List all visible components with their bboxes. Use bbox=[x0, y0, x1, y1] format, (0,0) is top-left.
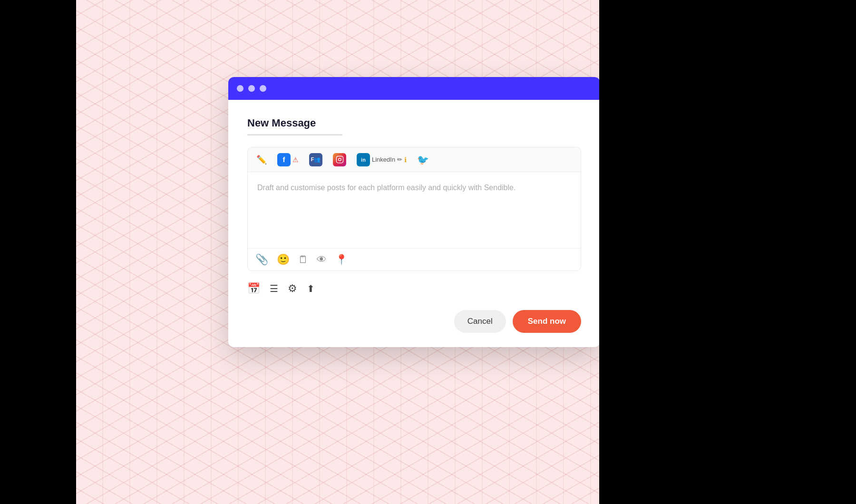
modal-title: New Message bbox=[247, 117, 581, 129]
cancel-button[interactable]: Cancel bbox=[454, 310, 506, 333]
action-bar: 📅 ☰ ⚙ ⬆ bbox=[247, 282, 581, 295]
settings-icon[interactable]: ⚙ bbox=[288, 282, 297, 295]
main-area: New Message ✏️ f ⚠ F bbox=[76, 0, 599, 504]
modal-window: New Message ✏️ f ⚠ F bbox=[228, 77, 599, 347]
location-icon[interactable]: 📍 bbox=[335, 254, 348, 265]
pencil-icon: ✏️ bbox=[256, 155, 267, 165]
right-panel bbox=[599, 0, 856, 504]
title-bar bbox=[228, 77, 599, 100]
schedule-icon[interactable]: 📅 bbox=[247, 282, 260, 295]
traffic-light-3 bbox=[260, 85, 266, 92]
title-underline bbox=[247, 134, 342, 136]
instagram-icon bbox=[333, 153, 346, 166]
facebook-warning-icon: ⚠ bbox=[292, 156, 299, 164]
tab-linkedin[interactable]: in LinkedIn ✏ ℹ bbox=[352, 149, 411, 170]
text-area[interactable]: Draft and customise posts for each platf… bbox=[248, 172, 581, 248]
linkedin-info-icon: ℹ bbox=[404, 156, 407, 164]
tab-instagram[interactable] bbox=[328, 149, 351, 170]
twitter-icon: 🐦 bbox=[417, 154, 429, 165]
tab-fb-group[interactable]: F👥 bbox=[304, 149, 327, 170]
platform-tabs: ✏️ f ⚠ F👥 bbox=[248, 147, 581, 172]
send-now-button[interactable]: Send now bbox=[513, 310, 581, 333]
share-icon[interactable]: ⬆ bbox=[307, 283, 315, 294]
svg-rect-0 bbox=[336, 156, 343, 163]
media-icon[interactable]: 🗒 bbox=[298, 254, 308, 265]
attachment-icon[interactable]: 📎 bbox=[255, 253, 268, 266]
tab-all[interactable]: ✏️ bbox=[252, 151, 272, 169]
tab-facebook[interactable]: f ⚠ bbox=[272, 149, 303, 170]
tab-twitter[interactable]: 🐦 bbox=[412, 150, 434, 169]
linkedin-text: LinkedIn bbox=[372, 156, 395, 163]
traffic-light-1 bbox=[237, 85, 243, 92]
emoji-icon[interactable]: 🙂 bbox=[277, 253, 290, 266]
queue-icon[interactable]: ☰ bbox=[270, 283, 278, 294]
compose-area: ✏️ f ⚠ F👥 bbox=[247, 147, 581, 271]
compose-toolbar: 📎 🙂 🗒 👁 📍 bbox=[248, 248, 581, 271]
compose-placeholder: Draft and customise posts for each platf… bbox=[257, 182, 571, 194]
left-panel bbox=[0, 0, 76, 504]
traffic-light-2 bbox=[248, 85, 255, 92]
fb-group-icon: F👥 bbox=[309, 153, 322, 166]
buttons-row: Cancel Send now bbox=[247, 310, 581, 333]
svg-point-1 bbox=[338, 158, 341, 161]
svg-point-2 bbox=[341, 157, 341, 158]
linkedin-pencil-icon: ✏ bbox=[397, 156, 402, 163]
facebook-icon: f bbox=[277, 153, 291, 166]
linkedin-icon: in bbox=[357, 153, 370, 166]
preview-icon[interactable]: 👁 bbox=[317, 254, 327, 265]
modal-body: New Message ✏️ f ⚠ F bbox=[228, 100, 599, 347]
